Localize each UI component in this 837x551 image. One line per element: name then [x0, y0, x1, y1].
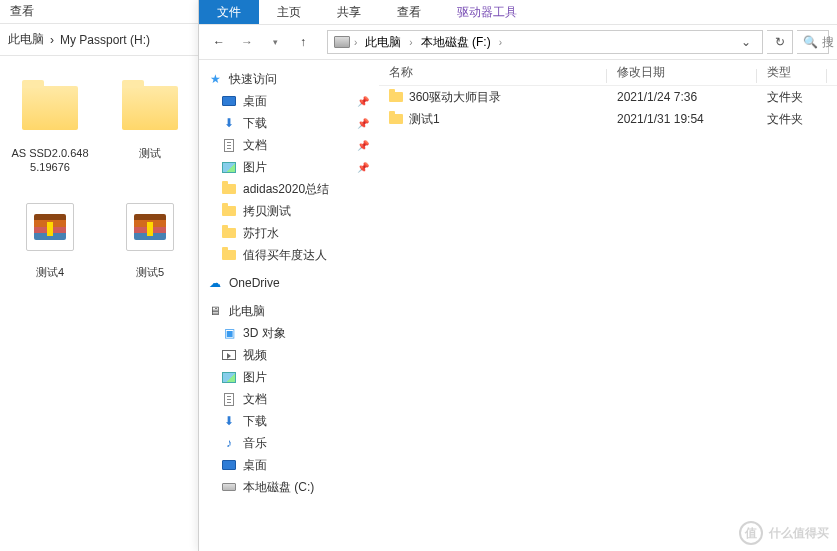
item-type: 文件夹 — [757, 89, 827, 106]
desktop-icon — [222, 96, 236, 106]
watermark: 值 什么值得买 — [739, 521, 829, 545]
folder-icon — [222, 206, 236, 216]
item-name: 测试1 — [409, 111, 440, 128]
watermark-text: 什么值得买 — [769, 525, 829, 542]
sidebar-label: 3D 对象 — [243, 325, 286, 342]
item-date: 2021/1/31 19:54 — [607, 112, 757, 126]
folder-icon — [222, 184, 236, 194]
list-item[interactable]: 360驱动大师目录 2021/1/24 7:36 文件夹 — [379, 86, 837, 108]
left-explorer-window: 查看 此电脑 › My Passport (H:) AS SSD2.0.6485… — [0, 0, 200, 551]
file-list-pane: 名称 修改日期 类型 360驱动大师目录 2021/1/24 7:36 文件夹 … — [379, 60, 837, 551]
chevron-icon: › — [409, 37, 412, 48]
file-label: 测试4 — [10, 265, 90, 279]
sidebar-pc-downloads[interactable]: ⬇下载 — [199, 410, 379, 432]
file-item[interactable]: 测试5 — [110, 195, 190, 279]
left-crumb-pc[interactable]: 此电脑 — [8, 31, 44, 48]
crumb-pc[interactable]: 此电脑 — [361, 32, 405, 53]
back-button[interactable]: ← — [207, 30, 231, 54]
file-label: 测试5 — [110, 265, 190, 279]
sidebar-pc-pictures[interactable]: 图片 — [199, 366, 379, 388]
sidebar-copy-test[interactable]: 拷贝测试 — [199, 200, 379, 222]
sidebar-3d-objects[interactable]: ▣3D 对象 — [199, 322, 379, 344]
desktop-icon — [222, 460, 236, 470]
sidebar-local-disk-c[interactable]: 本地磁盘 (C:) — [199, 476, 379, 498]
address-dropdown[interactable]: ⌄ — [736, 35, 756, 49]
chevron-icon: › — [50, 33, 54, 47]
sidebar-documents[interactable]: 文档📌 — [199, 134, 379, 156]
sidebar-quick-access[interactable]: ★ 快速访问 — [199, 68, 379, 90]
file-label: 测试 — [110, 146, 190, 160]
document-icon — [224, 139, 234, 152]
video-icon — [222, 350, 236, 360]
folder-icon — [222, 250, 236, 260]
sidebar-pc-documents[interactable]: 文档 — [199, 388, 379, 410]
sidebar-label: 文档 — [243, 137, 267, 154]
sidebar-label: 下载 — [243, 413, 267, 430]
onedrive-icon: ☁ — [207, 275, 223, 291]
left-crumb-drive[interactable]: My Passport (H:) — [60, 33, 150, 47]
folder-icon — [389, 92, 403, 102]
watermark-icon: 值 — [739, 521, 763, 545]
sidebar-label: OneDrive — [229, 276, 280, 290]
sidebar-zdm[interactable]: 值得买年度达人 — [199, 244, 379, 266]
item-date: 2021/1/24 7:36 — [607, 90, 757, 104]
3d-icon: ▣ — [221, 325, 237, 341]
sidebar-label: 图片 — [243, 159, 267, 176]
tab-share[interactable]: 共享 — [319, 0, 379, 25]
pin-icon: 📌 — [357, 96, 369, 107]
pin-icon: 📌 — [357, 162, 369, 173]
file-item[interactable]: AS SSD2.0.6485.19676 — [10, 76, 90, 175]
sidebar-onedrive[interactable]: ☁OneDrive — [199, 272, 379, 294]
tab-file[interactable]: 文件 — [199, 0, 259, 24]
pin-icon: 📌 — [357, 118, 369, 129]
sidebar-soda[interactable]: 苏打水 — [199, 222, 379, 244]
left-file-grid: AS SSD2.0.6485.19676 测试 测试4 测试5 — [0, 56, 200, 299]
left-ribbon: 查看 — [0, 0, 200, 24]
item-name: 360驱动大师目录 — [409, 89, 501, 106]
sidebar-label: 视频 — [243, 347, 267, 364]
sidebar-label: 桌面 — [243, 457, 267, 474]
column-name[interactable]: 名称 — [379, 64, 607, 81]
column-type[interactable]: 类型 — [757, 64, 827, 81]
sidebar-pictures[interactable]: 图片📌 — [199, 156, 379, 178]
sidebar-desktop[interactable]: 桌面📌 — [199, 90, 379, 112]
sidebar-adidas[interactable]: adidas2020总结 — [199, 178, 379, 200]
picture-icon — [222, 372, 236, 383]
sidebar-label: 此电脑 — [229, 303, 265, 320]
list-item[interactable]: 测试1 2021/1/31 19:54 文件夹 — [379, 108, 837, 130]
refresh-button[interactable]: ↻ — [767, 30, 793, 54]
up-button[interactable]: ↑ — [291, 30, 315, 54]
drive-icon — [222, 483, 236, 491]
sidebar-label: 文档 — [243, 391, 267, 408]
column-date[interactable]: 修改日期 — [607, 64, 757, 81]
address-bar[interactable]: › 此电脑 › 本地磁盘 (F:) › ⌄ — [327, 30, 763, 54]
sidebar-label: 快速访问 — [229, 71, 277, 88]
left-breadcrumb[interactable]: 此电脑 › My Passport (H:) — [0, 24, 200, 56]
archive-icon — [26, 203, 74, 251]
search-input[interactable]: 🔍 搜 — [797, 30, 829, 54]
sidebar-this-pc[interactable]: 🖥此电脑 — [199, 300, 379, 322]
sidebar-videos[interactable]: 视频 — [199, 344, 379, 366]
sidebar-label: 拷贝测试 — [243, 203, 291, 220]
crumb-drive[interactable]: 本地磁盘 (F:) — [417, 32, 495, 53]
file-item[interactable]: 测试4 — [10, 195, 90, 279]
pin-icon: 📌 — [357, 140, 369, 151]
file-label: AS SSD2.0.6485.19676 — [10, 146, 90, 175]
tab-home[interactable]: 主页 — [259, 0, 319, 25]
sidebar-pc-desktop[interactable]: 桌面 — [199, 454, 379, 476]
archive-icon — [126, 203, 174, 251]
tab-view[interactable]: 查看 — [379, 0, 439, 25]
sidebar-label: 下载 — [243, 115, 267, 132]
sidebar-music[interactable]: ♪音乐 — [199, 432, 379, 454]
sidebar-label: 音乐 — [243, 435, 267, 452]
right-explorer-window: 文件 主页 共享 查看 驱动器工具 ← → ▾ ↑ › 此电脑 › 本地磁盘 (… — [198, 0, 837, 551]
file-item[interactable]: 测试 — [110, 76, 190, 175]
forward-button[interactable]: → — [235, 30, 259, 54]
navigation-pane: ★ 快速访问 桌面📌 ⬇下载📌 文档📌 图片📌 adidas2020总结 拷贝测… — [199, 60, 379, 551]
tab-drive-tools[interactable]: 驱动器工具 — [439, 0, 535, 25]
left-ribbon-view[interactable]: 查看 — [10, 3, 34, 20]
sidebar-downloads[interactable]: ⬇下载📌 — [199, 112, 379, 134]
drive-icon — [334, 36, 350, 48]
download-icon: ⬇ — [221, 115, 237, 131]
history-dropdown[interactable]: ▾ — [263, 30, 287, 54]
